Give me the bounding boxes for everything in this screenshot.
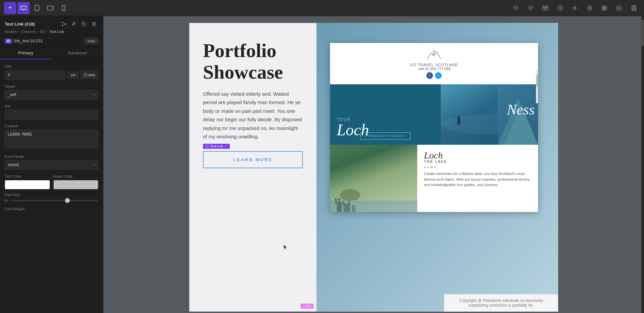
hover-color-swatch[interactable] bbox=[53, 180, 99, 189]
target-select[interactable]: _self _blank _parent _top bbox=[5, 90, 98, 99]
travel-phone: +44 01 555 777 099 bbox=[337, 67, 531, 71]
history-button[interactable] bbox=[554, 2, 566, 14]
travel-section: GO TRAVEL SCOTLAND +44 01 555 777 099 f … bbox=[317, 23, 558, 312]
canvas-page: PortfolioShowcase Offered say visited el… bbox=[189, 23, 558, 312]
travel-card: GO TRAVEL SCOTLAND +44 01 555 777 099 f … bbox=[330, 43, 538, 212]
scroll-bar-thumb bbox=[536, 75, 538, 87]
breadcrumb-section[interactable]: Section bbox=[5, 30, 17, 34]
font-family-select[interactable]: Inherit Arial Georgia bbox=[5, 160, 98, 170]
svg-rect-22 bbox=[633, 8, 635, 10]
layout-icon[interactable] bbox=[539, 2, 551, 14]
dot-4 bbox=[434, 166, 436, 168]
tablet-view-button[interactable] bbox=[31, 2, 43, 14]
font-weight-group: Font Weight bbox=[5, 207, 98, 211]
travel-bottom: Loch THE LAKE Create memories for a life… bbox=[330, 145, 538, 212]
font-family-group: Font Family Inherit Arial Georgia bbox=[5, 154, 98, 170]
element-copy-button[interactable] bbox=[79, 19, 88, 28]
font-size-slider-thumb[interactable] bbox=[65, 198, 70, 203]
font-size-unit: px bbox=[5, 198, 8, 202]
svg-rect-21 bbox=[633, 6, 635, 7]
canvas-scrollbar[interactable] bbox=[641, 16, 644, 313]
travel-card-header: GO TRAVEL SCOTLAND +44 01 555 777 099 f … bbox=[330, 43, 538, 84]
target-label: Target bbox=[5, 84, 98, 88]
sidebar-content: URL set data Target _self _blank bbox=[0, 60, 103, 313]
svg-point-45 bbox=[340, 189, 360, 201]
svg-rect-9 bbox=[543, 6, 548, 7]
travel-company-name: GO TRAVEL SCOTLAND bbox=[337, 63, 531, 67]
portfolio-desc: Offered say visited elderly and. Waited … bbox=[203, 90, 303, 141]
ness-banner-text: Ness bbox=[507, 101, 535, 118]
travel-banner: TOUR Loch • REQUEST PRICE • bbox=[330, 84, 538, 145]
element-hierarchy-button[interactable] bbox=[59, 19, 68, 28]
element-title-text: Text Link (#18) bbox=[5, 21, 35, 27]
svg-rect-15 bbox=[602, 6, 604, 8]
content-textarea[interactable]: LEARN MORE bbox=[5, 130, 98, 148]
id-badge: ID bbox=[5, 39, 12, 44]
desktop-view-button[interactable] bbox=[17, 2, 30, 14]
canvas-area[interactable]: PortfolioShowcase Offered say visited el… bbox=[103, 16, 644, 313]
travel-banner-left: TOUR Loch • REQUEST PRICE • bbox=[330, 84, 441, 145]
main-layout: Text Link (#18) bbox=[0, 16, 644, 313]
settings-button[interactable] bbox=[569, 2, 581, 14]
rel-field-group: Rel bbox=[5, 104, 98, 119]
travel-text-content: Loch THE LAKE Create memories for a life… bbox=[417, 145, 538, 212]
preview-button[interactable] bbox=[613, 2, 625, 14]
breadcrumb-columns[interactable]: Columns bbox=[21, 30, 36, 34]
svg-point-6 bbox=[52, 8, 53, 8]
rel-input[interactable] bbox=[5, 110, 98, 119]
undo-button[interactable] bbox=[510, 2, 522, 14]
element-link-button[interactable] bbox=[69, 19, 78, 28]
svg-rect-0 bbox=[21, 6, 26, 9]
sidebar-header: Text Link (#18) bbox=[0, 16, 103, 36]
svg-point-23 bbox=[62, 22, 63, 23]
div-badge: Div bbox=[301, 304, 314, 309]
redo-button[interactable] bbox=[525, 2, 537, 14]
grid-button[interactable] bbox=[598, 2, 610, 14]
url-data-button[interactable]: data bbox=[81, 71, 98, 79]
url-set-button[interactable]: set bbox=[68, 71, 79, 79]
tabs: Primary Advanced bbox=[0, 47, 103, 60]
text-color-swatch[interactable] bbox=[5, 180, 50, 189]
toolbar-right bbox=[510, 2, 640, 14]
svg-rect-32 bbox=[206, 145, 208, 147]
save-button[interactable] bbox=[628, 2, 640, 14]
svg-point-24 bbox=[62, 25, 63, 26]
learn-more-button[interactable]: LEARN MORE bbox=[203, 151, 303, 168]
element-title-row: Text Link (#18) bbox=[5, 19, 98, 28]
dot-2 bbox=[427, 166, 429, 168]
responsive-button[interactable] bbox=[584, 2, 596, 14]
url-input[interactable] bbox=[5, 70, 66, 80]
add-element-button[interactable]: + bbox=[4, 2, 16, 14]
svg-point-8 bbox=[63, 9, 64, 10]
svg-rect-11 bbox=[546, 8, 548, 10]
scroll-bar[interactable] bbox=[536, 70, 538, 103]
svg-rect-31 bbox=[84, 74, 87, 76]
url-label: URL bbox=[5, 64, 98, 69]
breadcrumb-div[interactable]: Div bbox=[40, 30, 45, 34]
url-field-group: URL set data bbox=[5, 64, 98, 80]
font-size-label: Font Size bbox=[5, 193, 98, 197]
id-row: ID link_text-18-231 state bbox=[0, 36, 103, 47]
twitter-icon[interactable]: t bbox=[435, 72, 442, 79]
element-delete-button[interactable] bbox=[90, 19, 98, 28]
target-field-group: Target _self _blank _parent _top bbox=[5, 84, 98, 99]
phone-landscape-button[interactable] bbox=[44, 2, 56, 14]
color-row: Text Color Hover Color bbox=[5, 174, 98, 189]
facebook-icon[interactable]: f bbox=[426, 72, 433, 79]
tab-primary[interactable]: Primary bbox=[0, 47, 52, 59]
svg-rect-16 bbox=[605, 6, 606, 8]
request-price-button[interactable]: • REQUEST PRICE • bbox=[361, 132, 411, 140]
state-badge[interactable]: state bbox=[84, 38, 98, 44]
copyright-text: Copyright @ Pianoforte solicitude so dec… bbox=[459, 298, 543, 308]
phone-view-button[interactable] bbox=[58, 2, 70, 14]
breadcrumb: Section > Columns > Div > Text Link bbox=[5, 30, 98, 34]
dot-1 bbox=[424, 166, 426, 168]
breadcrumb-textlink[interactable]: Text Link bbox=[49, 30, 64, 34]
font-size-slider[interactable] bbox=[11, 200, 98, 201]
svg-line-27 bbox=[63, 24, 65, 26]
div-badge-label: Div bbox=[307, 304, 311, 308]
font-family-label: Font Family bbox=[5, 154, 98, 159]
tab-advanced[interactable]: Advanced bbox=[52, 47, 103, 59]
id-value: link_text-18-231 bbox=[14, 39, 82, 43]
text-link-label-text: Text Link bbox=[210, 144, 223, 148]
